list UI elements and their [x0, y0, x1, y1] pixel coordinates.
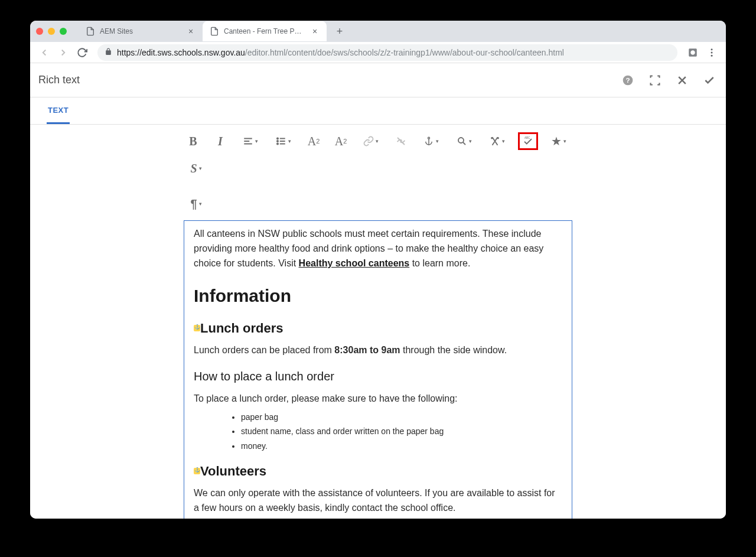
- svg-point-1: [711, 51, 713, 53]
- svg-point-22: [498, 138, 499, 139]
- close-tab-button[interactable]: ×: [310, 27, 320, 36]
- rte-toolbar: B I ▾ ▾ A2 A2 ▾: [30, 125, 726, 216]
- reload-button[interactable]: [74, 44, 90, 61]
- rich-text-editor[interactable]: All canteens in NSW public schools must …: [184, 220, 572, 519]
- browser-tab-bar: AEM Sites × Canteen - Fern Tree Public S…: [30, 21, 726, 42]
- heading-lunch-orders[interactable]: Lunch orders: [194, 318, 562, 338]
- list-item[interactable]: student name, class and order written on…: [241, 425, 562, 438]
- svg-point-13: [277, 138, 278, 139]
- help-button[interactable]: ?: [620, 72, 636, 89]
- how-to-intro-paragraph[interactable]: To place a lunch order, please make sure…: [194, 392, 562, 406]
- heading-information[interactable]: Information: [194, 282, 562, 310]
- bold-button[interactable]: B: [184, 132, 203, 151]
- chevron-down-icon: ▾: [502, 138, 505, 144]
- text: through the side window.: [400, 345, 507, 355]
- forward-button[interactable]: [55, 44, 71, 61]
- app-content: Rich text ? TEXT B I: [30, 63, 726, 519]
- subscript-button[interactable]: A2: [304, 132, 323, 151]
- intro-paragraph[interactable]: All canteens in NSW public schools must …: [194, 227, 562, 271]
- volunteers-paragraph[interactable]: We can only operate with the assistance …: [194, 486, 562, 516]
- styles-button[interactable]: S ▾: [184, 159, 208, 178]
- justify-button[interactable]: ▾: [238, 132, 263, 151]
- svg-point-15: [277, 143, 278, 144]
- find-replace-button[interactable]: ▾: [452, 132, 477, 151]
- fullscreen-button[interactable]: [647, 72, 663, 89]
- cancel-button[interactable]: [674, 72, 690, 89]
- svg-text:ABC: ABC: [524, 136, 530, 139]
- chevron-down-icon: ▾: [288, 138, 291, 144]
- extension-icon[interactable]: [685, 44, 701, 61]
- specialchars-button[interactable]: ★ ▾: [546, 132, 571, 151]
- svg-point-21: [491, 138, 493, 139]
- chevron-down-icon: ▾: [199, 165, 202, 171]
- minimize-window-button[interactable]: [48, 28, 55, 35]
- chevron-down-icon: ▾: [199, 201, 202, 207]
- lunch-orders-paragraph[interactable]: Lunch orders can be placed from 8:30am t…: [194, 343, 562, 358]
- list-item[interactable]: paper bag: [241, 411, 562, 424]
- svg-point-19: [458, 138, 464, 143]
- svg-point-14: [277, 141, 278, 142]
- maximize-window-button[interactable]: [60, 28, 67, 35]
- text: Lunch orders can be placed from: [194, 345, 334, 355]
- italic-button[interactable]: I: [211, 132, 230, 151]
- svg-text:?: ?: [625, 76, 630, 84]
- list-item[interactable]: money.: [241, 440, 562, 453]
- misctools-button[interactable]: ▾: [485, 132, 510, 151]
- tab-text[interactable]: TEXT: [47, 97, 70, 124]
- file-icon: [210, 27, 219, 36]
- window-controls: [36, 28, 67, 35]
- header-actions: ?: [620, 72, 718, 89]
- healthy-canteens-link[interactable]: Healthy school canteens: [299, 258, 410, 268]
- file-icon: [86, 27, 95, 36]
- done-button[interactable]: [701, 72, 718, 89]
- chevron-down-icon: ▾: [436, 138, 439, 144]
- close-tab-button[interactable]: ×: [186, 27, 195, 36]
- svg-line-20: [463, 142, 465, 145]
- tab-title: AEM Sites: [100, 27, 181, 35]
- browser-tab-2[interactable]: Canteen - Fern Tree Public Sch ×: [203, 21, 327, 41]
- browser-tab-1[interactable]: AEM Sites ×: [79, 21, 203, 41]
- heading-how-to[interactable]: How to place a lunch order: [194, 367, 562, 386]
- address-bar[interactable]: https://edit.sws.schools.nsw.gov.au/edit…: [97, 44, 677, 61]
- new-tab-button[interactable]: +: [331, 23, 348, 40]
- superscript-button[interactable]: A2: [331, 132, 350, 151]
- lock-icon: [105, 48, 112, 57]
- paraformat-button[interactable]: ¶ ▾: [184, 194, 208, 213]
- browser-window: AEM Sites × Canteen - Fern Tree Public S…: [30, 21, 726, 519]
- text: to learn more.: [409, 258, 470, 268]
- heading-text: Lunch orders: [200, 318, 284, 338]
- chevron-down-icon: ▾: [469, 138, 472, 144]
- anchor-button[interactable]: ▾: [419, 132, 444, 151]
- bold-text: 8:30am to 9am: [334, 345, 400, 355]
- url-text: https://edit.sws.schools.nsw.gov.au/edit…: [117, 48, 564, 57]
- list-button[interactable]: ▾: [271, 132, 296, 151]
- spellcheck-button[interactable]: ABC: [518, 132, 538, 150]
- anchor-icon: [194, 468, 200, 474]
- dialog-title: Rich text: [38, 74, 620, 86]
- heading-text: Volunteers: [200, 461, 266, 481]
- hyperlink-button[interactable]: ▾: [359, 132, 383, 151]
- editor-tabs: TEXT: [30, 97, 726, 125]
- tab-title: Canteen - Fern Tree Public Sch: [224, 27, 305, 35]
- svg-point-17: [428, 137, 430, 139]
- chevron-down-icon: ▾: [255, 138, 258, 144]
- svg-point-0: [711, 48, 713, 50]
- anchor-icon: [194, 325, 200, 331]
- requirements-list[interactable]: paper bag student name, class and order …: [194, 411, 562, 453]
- close-window-button[interactable]: [36, 28, 43, 35]
- chevron-down-icon: ▾: [563, 138, 566, 144]
- unlink-button[interactable]: [392, 132, 410, 151]
- address-bar-row: https://edit.sws.schools.nsw.gov.au/edit…: [30, 42, 726, 63]
- back-button[interactable]: [36, 44, 53, 61]
- heading-volunteers[interactable]: Volunteers: [194, 461, 562, 481]
- dialog-header: Rich text ?: [30, 63, 726, 97]
- browser-menu-button[interactable]: [703, 44, 720, 61]
- svg-point-2: [711, 54, 713, 56]
- chevron-down-icon: ▾: [376, 138, 379, 144]
